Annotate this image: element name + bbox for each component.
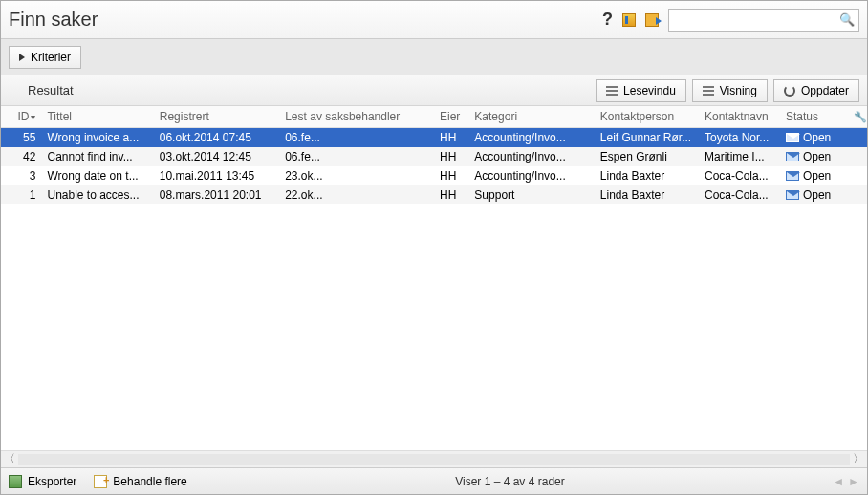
result-header: Resultat Lesevindu Visning Oppdater xyxy=(1,75,867,106)
cell-read-by: 22.ok... xyxy=(279,185,434,204)
status-text: Open xyxy=(803,188,831,202)
batch-icon xyxy=(94,475,107,488)
cell-status: Open xyxy=(780,185,848,204)
cell-id: 3 xyxy=(1,166,41,185)
cell-owner: HH xyxy=(434,185,468,204)
preview-label: Lesevindu xyxy=(623,84,676,97)
footer-status: Viser 1 – 4 av 4 rader xyxy=(205,475,815,488)
cell-status: Open xyxy=(780,147,848,166)
cell-owner: HH xyxy=(434,128,468,148)
col-owner[interactable]: Eier xyxy=(434,106,468,128)
criteria-toggle[interactable]: Kriterier xyxy=(9,46,81,69)
nav-next-icon[interactable]: ► xyxy=(848,475,859,488)
results-table: ID▾ Tittel Registrert Lest av saksbehand… xyxy=(1,106,867,204)
criteria-bar: Kriterier xyxy=(1,39,867,75)
cell-registered: 03.okt.2014 12:45 xyxy=(154,147,279,166)
cell-category: Accounting/Invo... xyxy=(468,147,594,166)
col-title[interactable]: Tittel xyxy=(41,106,153,128)
cell-contact-name: Coca-Cola... xyxy=(699,185,780,204)
preview-icon xyxy=(606,86,618,96)
status-text: Open xyxy=(803,131,831,144)
view-icon xyxy=(703,86,714,96)
search-box[interactable]: 🔍 xyxy=(668,9,859,32)
criteria-label: Kriterier xyxy=(31,51,71,64)
expand-icon xyxy=(19,54,25,61)
refresh-label: Oppdater xyxy=(801,84,849,97)
cell-id: 1 xyxy=(1,185,41,204)
titlebar-actions: ? 🔍 xyxy=(602,9,859,32)
cell-contact-name: Coca-Cola... xyxy=(699,166,780,185)
table-row[interactable]: 1Unable to acces...08.mars.2011 20:0122.… xyxy=(1,185,867,204)
cell-contact: Leif Gunnar Rør... xyxy=(595,128,699,148)
status-text: Open xyxy=(803,150,831,163)
cell-read-by: 06.fe... xyxy=(279,128,434,148)
refresh-button[interactable]: Oppdater xyxy=(773,79,859,102)
col-category[interactable]: Kategori xyxy=(468,106,594,128)
batch-button[interactable]: Behandle flere xyxy=(94,475,186,488)
cell-category: Accounting/Invo... xyxy=(468,166,594,185)
horizontal-scrollbar[interactable]: 〈 〉 xyxy=(1,450,867,467)
cell-read-by: 23.ok... xyxy=(279,166,434,185)
export-label: Eksporter xyxy=(28,475,76,488)
nav-prev-icon[interactable]: ◄ xyxy=(833,475,844,488)
col-settings[interactable] xyxy=(848,106,867,128)
footer-nav: ◄ ► xyxy=(833,475,859,488)
col-read-by[interactable]: Lest av saksbehandler xyxy=(279,106,434,128)
cell-blank xyxy=(848,166,867,185)
sort-desc-icon: ▾ xyxy=(31,112,35,122)
cell-category: Support xyxy=(468,185,594,204)
mail-icon xyxy=(786,190,799,200)
cell-contact: Espen Grønli xyxy=(595,147,699,166)
cell-title: Cannot find inv... xyxy=(41,147,153,166)
mail-icon xyxy=(786,133,799,142)
footer: Eksporter Behandle flere Viser 1 – 4 av … xyxy=(1,467,867,494)
cell-owner: HH xyxy=(434,147,468,166)
help-icon[interactable]: ? xyxy=(602,10,613,30)
titlebar: Finn saker ? 🔍 xyxy=(1,1,867,39)
cell-owner: HH xyxy=(434,166,468,185)
col-contact[interactable]: Kontaktperson xyxy=(595,106,699,128)
mail-icon xyxy=(786,152,799,161)
table-body: 55Wrong invoice a...06.okt.2014 07:4506.… xyxy=(1,128,867,205)
export-button[interactable]: Eksporter xyxy=(9,475,76,488)
col-id[interactable]: ID▾ xyxy=(1,106,41,128)
cell-contact-name: Maritime I... xyxy=(699,147,780,166)
card-icon[interactable] xyxy=(622,13,636,27)
scroll-track[interactable] xyxy=(18,454,850,465)
exit-icon[interactable] xyxy=(645,13,659,27)
table-area: ID▾ Tittel Registrert Lest av saksbehand… xyxy=(1,106,867,467)
search-input[interactable] xyxy=(669,10,839,31)
table-row[interactable]: 42Cannot find inv...03.okt.2014 12:4506.… xyxy=(1,147,867,166)
cell-id: 55 xyxy=(1,128,41,148)
cell-category: Accounting/Invo... xyxy=(468,128,594,148)
col-registered[interactable]: Registrert xyxy=(154,106,279,128)
cell-title: Wrong invoice a... xyxy=(41,128,153,148)
table-empty-area xyxy=(1,204,867,450)
cell-blank xyxy=(848,128,867,148)
scroll-left-icon[interactable]: 〈 xyxy=(1,451,18,467)
cell-contact: Linda Baxter xyxy=(595,185,699,204)
refresh-icon xyxy=(784,85,795,97)
cell-contact: Linda Baxter xyxy=(595,166,699,185)
scroll-right-icon[interactable]: 〉 xyxy=(850,451,867,467)
batch-label: Behandle flere xyxy=(113,475,186,488)
view-button[interactable]: Visning xyxy=(692,79,768,102)
cell-read-by: 06.fe... xyxy=(279,147,434,166)
cell-contact-name: Toyota Nor... xyxy=(699,128,780,148)
col-status[interactable]: Status xyxy=(780,106,848,128)
table-header-row: ID▾ Tittel Registrert Lest av saksbehand… xyxy=(1,106,867,128)
cell-id: 42 xyxy=(1,147,41,166)
cell-blank xyxy=(848,147,867,166)
cell-registered: 06.okt.2014 07:45 xyxy=(154,128,279,148)
mail-icon xyxy=(786,171,799,181)
table-row[interactable]: 55Wrong invoice a...06.okt.2014 07:4506.… xyxy=(1,128,867,148)
table-row[interactable]: 3Wrong date on t...10.mai.2011 13:4523.o… xyxy=(1,166,867,185)
wrench-icon xyxy=(854,110,867,123)
status-text: Open xyxy=(803,169,831,183)
cell-blank xyxy=(848,185,867,204)
cell-title: Unable to acces... xyxy=(41,185,153,204)
preview-button[interactable]: Lesevindu xyxy=(596,79,686,102)
search-icon[interactable]: 🔍 xyxy=(839,12,855,27)
cell-registered: 10.mai.2011 13:45 xyxy=(154,166,279,185)
col-contact-name[interactable]: Kontaktnavn xyxy=(699,106,780,128)
